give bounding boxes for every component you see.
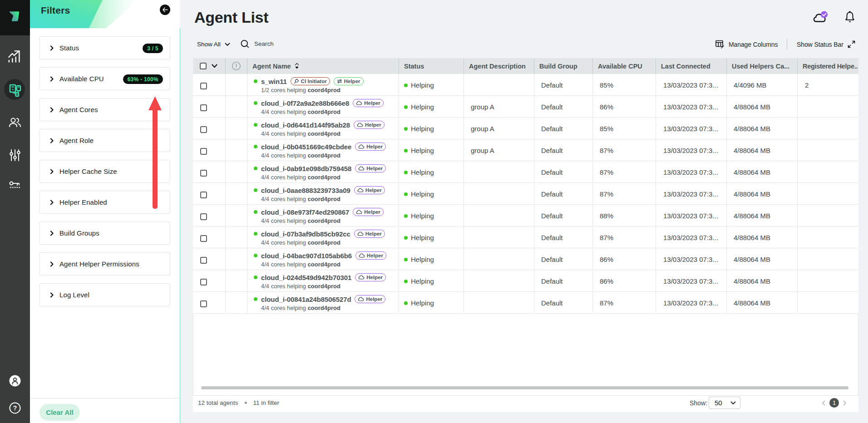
svg-text:?: ? bbox=[13, 404, 17, 412]
